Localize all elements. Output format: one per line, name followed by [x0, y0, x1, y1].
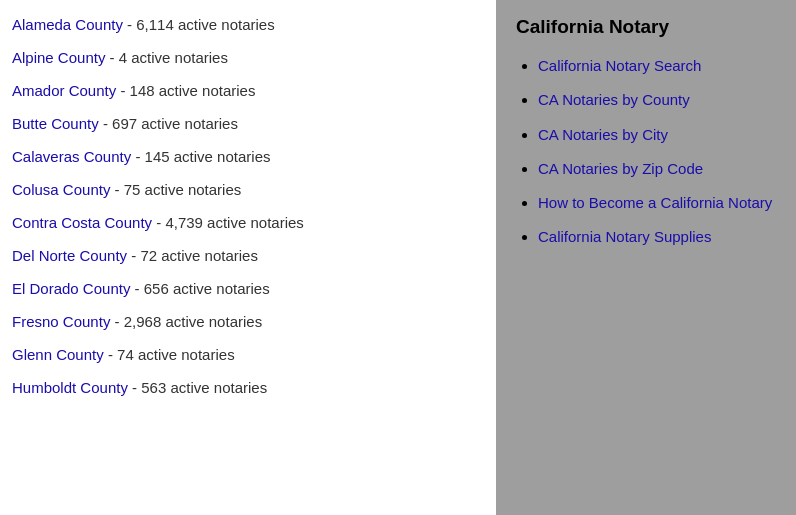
county-count: - 75 active notaries: [110, 181, 241, 198]
county-count: - 148 active notaries: [116, 82, 255, 99]
county-count: - 145 active notaries: [131, 148, 270, 165]
county-count: - 74 active notaries: [104, 346, 235, 363]
list-item: Calaveras County - 145 active notaries: [12, 140, 484, 173]
county-link[interactable]: Alpine County: [12, 49, 105, 66]
list-item: El Dorado County - 656 active notaries: [12, 272, 484, 305]
list-item: Colusa County - 75 active notaries: [12, 173, 484, 206]
main-content: Alameda County - 6,114 active notariesAl…: [0, 0, 496, 515]
county-count: - 72 active notaries: [127, 247, 258, 264]
sidebar-nav-link[interactable]: How to Become a California Notary: [538, 194, 772, 211]
list-item: Humboldt County - 563 active notaries: [12, 371, 484, 404]
county-link[interactable]: Calaveras County: [12, 148, 131, 165]
list-item: Butte County - 697 active notaries: [12, 107, 484, 140]
sidebar-nav-link[interactable]: CA Notaries by County: [538, 91, 690, 108]
county-link[interactable]: Contra Costa County: [12, 214, 152, 231]
county-link[interactable]: Alameda County: [12, 16, 123, 33]
county-link[interactable]: Colusa County: [12, 181, 110, 198]
county-count: - 4,739 active notaries: [152, 214, 304, 231]
sidebar-nav-link[interactable]: CA Notaries by City: [538, 126, 668, 143]
sidebar-nav-link[interactable]: California Notary Supplies: [538, 228, 711, 245]
county-count: - 2,968 active notaries: [110, 313, 262, 330]
sidebar-nav-item: How to Become a California Notary: [538, 193, 776, 213]
list-item: Fresno County - 2,968 active notaries: [12, 305, 484, 338]
sidebar-nav: California Notary SearchCA Notaries by C…: [516, 56, 776, 248]
county-list: Alameda County - 6,114 active notariesAl…: [12, 8, 484, 404]
county-link[interactable]: Del Norte County: [12, 247, 127, 264]
list-item: Del Norte County - 72 active notaries: [12, 239, 484, 272]
county-count: - 656 active notaries: [130, 280, 269, 297]
list-item: Glenn County - 74 active notaries: [12, 338, 484, 371]
county-count: - 697 active notaries: [99, 115, 238, 132]
county-link[interactable]: Butte County: [12, 115, 99, 132]
list-item: Alameda County - 6,114 active notaries: [12, 8, 484, 41]
county-count: - 563 active notaries: [128, 379, 267, 396]
list-item: Contra Costa County - 4,739 active notar…: [12, 206, 484, 239]
sidebar-nav-link[interactable]: California Notary Search: [538, 57, 701, 74]
county-link[interactable]: Amador County: [12, 82, 116, 99]
county-link[interactable]: Fresno County: [12, 313, 110, 330]
sidebar-nav-item: CA Notaries by City: [538, 125, 776, 145]
county-count: - 4 active notaries: [105, 49, 228, 66]
list-item: Alpine County - 4 active notaries: [12, 41, 484, 74]
list-item: Amador County - 148 active notaries: [12, 74, 484, 107]
county-link[interactable]: Humboldt County: [12, 379, 128, 396]
county-link[interactable]: Glenn County: [12, 346, 104, 363]
sidebar-nav-link[interactable]: CA Notaries by Zip Code: [538, 160, 703, 177]
page-container: Alameda County - 6,114 active notariesAl…: [0, 0, 796, 515]
sidebar-nav-item: CA Notaries by County: [538, 90, 776, 110]
sidebar-title: California Notary: [516, 16, 776, 38]
sidebar-nav-item: California Notary Search: [538, 56, 776, 76]
county-count: - 6,114 active notaries: [123, 16, 275, 33]
sidebar: California Notary California Notary Sear…: [496, 0, 796, 515]
county-link[interactable]: El Dorado County: [12, 280, 130, 297]
sidebar-nav-item: California Notary Supplies: [538, 227, 776, 247]
sidebar-nav-item: CA Notaries by Zip Code: [538, 159, 776, 179]
